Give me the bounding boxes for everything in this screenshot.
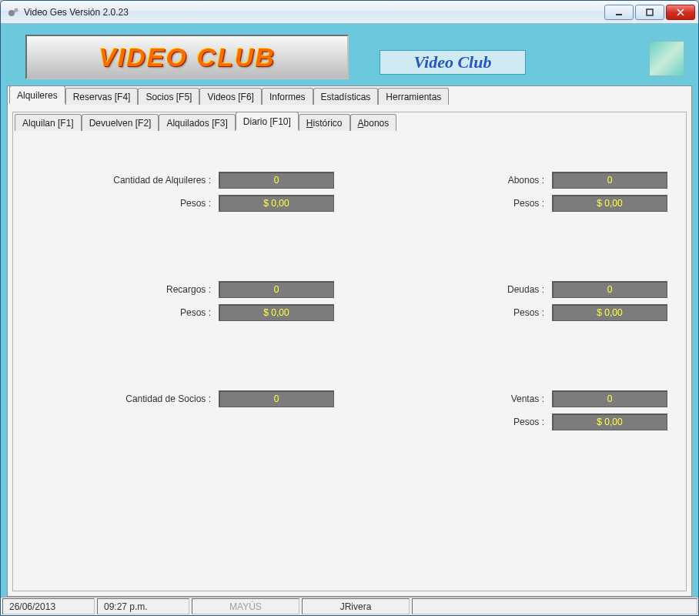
value-ventas: 0 — [552, 390, 667, 407]
tab-diario[interactable]: Diario [F10] — [236, 112, 299, 130]
tab-alquilados[interactable]: Alquilados [F3] — [159, 114, 235, 131]
block-ventas: Ventas : 0 Pesos : $ 0,00 — [365, 390, 667, 430]
diario-content: Cantidad de Alquileres : 0 Pesos : $ 0,0… — [13, 130, 686, 591]
stats-grid: Cantidad de Alquileres : 0 Pesos : $ 0,0… — [32, 172, 667, 430]
tab-alquileres[interactable]: Alquileres — [9, 85, 65, 104]
value-cant-socios: 0 — [219, 390, 334, 407]
label-ventas: Ventas : — [511, 393, 544, 404]
block-socios: Cantidad de Socios : 0 — [32, 390, 334, 430]
label-abonos: Abonos : — [508, 175, 544, 186]
tab-informes[interactable]: Informes — [262, 88, 313, 105]
tab-estadisticas[interactable]: Estadísticas — [313, 88, 379, 105]
titlebar: Video Ges Versión 2.0.23 — [1, 1, 698, 24]
window-controls — [604, 5, 695, 20]
value-cant-alquileres: 0 — [219, 172, 334, 189]
tab-videos[interactable]: Videos [F6] — [199, 88, 261, 105]
window-title: Video Ges Versión 2.0.23 — [24, 7, 604, 18]
value-recargos-pesos: $ 0,00 — [219, 304, 334, 321]
logo-panel: VIDEO CLUB — [25, 35, 349, 79]
tab-alquilan[interactable]: Alquilan [F1] — [15, 114, 82, 131]
sub-tabs: Alquilan [F1] Devuelven [F2] Alquilados … — [13, 112, 686, 130]
value-abonos-pesos: $ 0,00 — [552, 195, 667, 212]
header-thumbnail — [649, 41, 684, 76]
svg-point-0 — [8, 10, 15, 16]
label-alquileres-pesos: Pesos : — [180, 198, 211, 209]
status-spacer — [412, 598, 697, 614]
svg-rect-3 — [616, 14, 622, 15]
sub-tab-panel: Alquilan [F1] Devuelven [F2] Alquilados … — [12, 112, 687, 591]
tab-abonos[interactable]: Abonos — [350, 114, 397, 131]
tab-herramientas[interactable]: Herramientas — [378, 88, 449, 105]
app-window: Video Ges Versión 2.0.23 VIDEO CLUB Vide… — [0, 0, 699, 616]
tab-socios[interactable]: Socios [F5] — [138, 88, 199, 105]
client-area: VIDEO CLUB Video Club Alquileres Reserva… — [1, 24, 698, 597]
label-abonos-pesos: Pesos : — [513, 198, 544, 209]
maximize-button[interactable] — [635, 5, 664, 20]
tab-devuelven[interactable]: Devuelven [F2] — [82, 114, 159, 131]
value-deudas: 0 — [552, 281, 667, 298]
value-abonos: 0 — [552, 172, 667, 189]
label-recargos: Recargos : — [166, 284, 211, 295]
brand-badge: Video Club — [380, 50, 526, 75]
status-time: 09:27 p.m. — [97, 598, 189, 614]
block-abonos: Abonos : 0 Pesos : $ 0,00 — [365, 172, 667, 212]
tab-historico[interactable]: Histórico — [299, 114, 350, 131]
svg-rect-4 — [647, 9, 653, 15]
app-icon — [7, 6, 19, 18]
label-deudas: Deudas : — [507, 284, 544, 295]
label-recargos-pesos: Pesos : — [180, 307, 211, 318]
close-button[interactable] — [666, 5, 695, 20]
tab-reservas[interactable]: Reservas [F4] — [65, 88, 139, 105]
label-cant-socios: Cantidad de Socios : — [125, 393, 211, 404]
value-deudas-pesos: $ 0,00 — [552, 304, 667, 321]
label-deudas-pesos: Pesos : — [513, 307, 544, 318]
block-alquileres: Cantidad de Alquileres : 0 Pesos : $ 0,0… — [32, 172, 334, 212]
value-alquileres-pesos: $ 0,00 — [219, 195, 334, 212]
status-user: JRivera — [302, 598, 410, 614]
main-tabs: Alquileres Reservas [F4] Socios [F5] Vid… — [8, 85, 691, 104]
value-recargos: 0 — [219, 281, 334, 298]
header: VIDEO CLUB Video Club — [7, 30, 692, 84]
value-ventas-pesos: $ 0,00 — [552, 413, 667, 430]
main-tab-panel: Alquileres Reservas [F4] Socios [F5] Vid… — [7, 85, 692, 597]
status-caps: MAYÚS — [192, 598, 299, 614]
statusbar: 26/06/2013 09:27 p.m. MAYÚS JRivera — [1, 597, 698, 615]
label-ventas-pesos: Pesos : — [513, 417, 544, 427]
minimize-button[interactable] — [604, 5, 634, 20]
label-cant-alquileres: Cantidad de Alquileres : — [113, 175, 211, 186]
block-deudas: Deudas : 0 Pesos : $ 0,00 — [365, 281, 667, 321]
status-date: 26/06/2013 — [2, 598, 95, 614]
block-recargos: Recargos : 0 Pesos : $ 0,00 — [32, 281, 334, 321]
logo-text: VIDEO CLUB — [99, 42, 276, 72]
